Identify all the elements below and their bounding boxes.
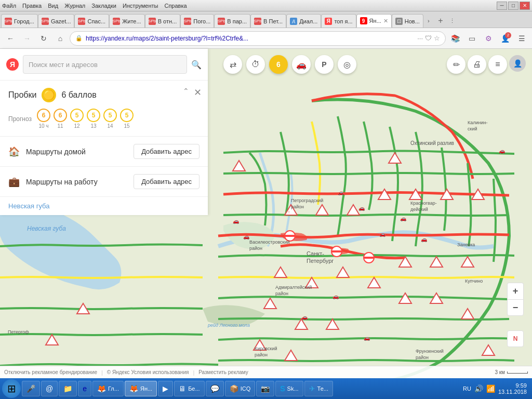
time-button[interactable]: ⏱	[246, 55, 265, 74]
menu-journal[interactable]: Журнал	[64, 3, 85, 9]
zoom-out-button[interactable]: −	[507, 299, 524, 316]
taskbar-telegram-label: Те...	[317, 385, 328, 392]
menu-file[interactable]: Файл	[2, 3, 16, 9]
tab-9[interactable]: Д Диал...	[286, 14, 321, 28]
svg-rect-32	[332, 250, 341, 252]
scale-bar	[507, 371, 528, 374]
zoom-in-button[interactable]: +	[507, 283, 524, 299]
map-toolbar-left: ⇄ ⏱ 6 🚗 P ◎	[223, 55, 356, 74]
menu-tools[interactable]: Инструменты	[123, 3, 158, 9]
tab-close-11[interactable]: ✕	[383, 18, 388, 24]
taskbar-computer[interactable]: 🖥 Бе...	[174, 381, 205, 396]
start-button[interactable]: ⊞	[2, 379, 21, 398]
search-input[interactable]: Поиск мест и адресов	[23, 55, 187, 74]
restore-button[interactable]: □	[508, 2, 518, 10]
menu-bar[interactable]: Файл Правка Вид Журнал Закладки Инструме…	[2, 3, 187, 9]
traffic-header: Пробки 🟡 6 баллов ⌃ ✕	[8, 88, 200, 102]
icq-icon: 📦	[230, 384, 238, 393]
layers-button[interactable]: ◎	[338, 55, 356, 74]
home-button[interactable]: ⌂	[53, 31, 68, 46]
taskbar-chat[interactable]: 💬	[206, 381, 224, 396]
map-menu-button[interactable]: ≡	[488, 55, 507, 74]
add-work-button[interactable]: Добавить адрес	[134, 174, 200, 189]
tab-11-active[interactable]: 9 Ян... ✕	[356, 14, 392, 28]
tab-1[interactable]: SPb Город...	[1, 14, 38, 28]
place-ad-text[interactable]: Разместить рекламу	[198, 369, 248, 375]
tab-add-button[interactable]: +	[434, 14, 447, 28]
reload-button[interactable]: ↻	[36, 31, 51, 46]
panel-collapse-button[interactable]: ⌃	[183, 87, 189, 95]
forecast-time-5: 15	[124, 123, 129, 129]
back-button[interactable]: ←	[3, 31, 18, 46]
tab-10[interactable]: Я топ я...	[321, 14, 356, 28]
tab-label-5: В отн...	[158, 18, 177, 24]
sidebar-icon[interactable]: ▭	[464, 31, 479, 46]
taskbar-media[interactable]: ▶	[158, 381, 173, 396]
tab-4[interactable]: SPb Жите...	[109, 14, 145, 28]
tab-6[interactable]: SPb Пого...	[180, 14, 214, 28]
compass[interactable]: N	[507, 330, 524, 347]
taskbar-ie[interactable]: e	[78, 381, 91, 396]
notifications-icon[interactable]: 👤 2	[498, 31, 512, 46]
url-bar[interactable]: 🔒 https://yandex.ru/maps/2/saint-petersb…	[70, 31, 446, 46]
taskbar: ⊞ 🎤 @ 📁 e 🦊 Гл... 🦊 Ян... ▶ 🖥 Бе... 💬 📦 …	[0, 378, 532, 399]
tab-2[interactable]: SPb Gazet...	[38, 14, 75, 28]
window-controls[interactable]: ─ □ ✕	[497, 2, 530, 10]
user-avatar[interactable]: 👤	[509, 55, 526, 72]
forward-button[interactable]: →	[20, 31, 34, 46]
taskbar-telegram[interactable]: ✈ Те...	[304, 381, 333, 396]
panel-close-button[interactable]: ✕	[194, 87, 202, 98]
more-options-icon[interactable]: ···	[417, 34, 423, 42]
svg-text:🚗: 🚗	[358, 205, 365, 211]
taskbar-icq[interactable]: 📦 ICQ	[225, 381, 256, 396]
tab-favicon-5: SPb	[149, 18, 156, 25]
print-button[interactable]: 🖨	[468, 55, 486, 74]
svg-rect-34	[364, 257, 374, 259]
extensions-icon[interactable]: ⚙	[481, 31, 496, 46]
svg-text:район: район	[291, 204, 304, 209]
tab-label-2: Gazet...	[51, 18, 71, 24]
draw-button[interactable]: ✏	[447, 55, 466, 74]
menu-help[interactable]: Справка	[164, 3, 187, 9]
language-indicator[interactable]: RU	[463, 385, 471, 392]
taskbar-skype[interactable]: S Sk...	[275, 381, 303, 396]
taskbar-firefox-2[interactable]: 🦊 Ян...	[125, 381, 157, 396]
media-icon: ▶	[163, 384, 168, 393]
tab-8[interactable]: SPb В Пет...	[250, 14, 286, 28]
reader-icon[interactable]: 🛡	[425, 34, 432, 42]
menu-view[interactable]: Вид	[48, 3, 58, 9]
taskbar-files[interactable]: 📁	[59, 381, 77, 396]
tab-3[interactable]: SPb Спас...	[74, 14, 109, 28]
tab-12[interactable]: ⊡ Нов...	[392, 14, 423, 28]
menu-edit[interactable]: Правка	[22, 3, 42, 9]
network-icon[interactable]: 📶	[486, 384, 495, 393]
bookmark-icon[interactable]: ☆	[434, 34, 440, 42]
add-home-button[interactable]: Добавить адрес	[134, 144, 200, 159]
library-icon[interactable]: 📚	[448, 31, 462, 46]
forecast-time-0: 10 ч	[38, 123, 48, 129]
tab-label-12: Нов...	[405, 18, 420, 24]
tab-7[interactable]: SPb В пар...	[214, 14, 250, 28]
menu-bookmarks[interactable]: Закладки	[91, 3, 116, 9]
traffic-jam-button[interactable]: 🚗	[292, 55, 311, 74]
tab-overflow-btn[interactable]: ›	[423, 14, 434, 28]
taskbar-firefox-1[interactable]: 🦊 Гл...	[92, 381, 124, 396]
ad-disable-text[interactable]: Отключить рекламное брендирование	[4, 369, 97, 375]
tab-5[interactable]: SPb В отн...	[145, 14, 181, 28]
overflow-menu-icon[interactable]: ☰	[514, 31, 529, 46]
directions-button[interactable]: ⇄	[223, 55, 242, 74]
close-button[interactable]: ✕	[520, 2, 530, 10]
taskbar-clock[interactable]: 9:59 13.11.2018	[498, 382, 527, 395]
taskbar-mail[interactable]: @	[41, 381, 58, 396]
search-icon[interactable]: 🔍	[191, 60, 202, 70]
volume-icon[interactable]: 🔊	[474, 384, 483, 393]
minimize-button[interactable]: ─	[497, 2, 507, 10]
forecast-circle-0: 6	[37, 109, 50, 122]
nevskaya-link[interactable]: Невская губа	[0, 197, 208, 215]
parking-button[interactable]: P	[315, 55, 334, 74]
taskbar-camera[interactable]: 📷	[256, 381, 274, 396]
taskbar-microphone[interactable]: 🎤	[22, 381, 40, 396]
traffic-score-button[interactable]: 6	[269, 55, 288, 74]
svg-text:Санкт-: Санкт-	[307, 250, 324, 257]
tab-menu-btn[interactable]: ⋮	[447, 14, 458, 28]
